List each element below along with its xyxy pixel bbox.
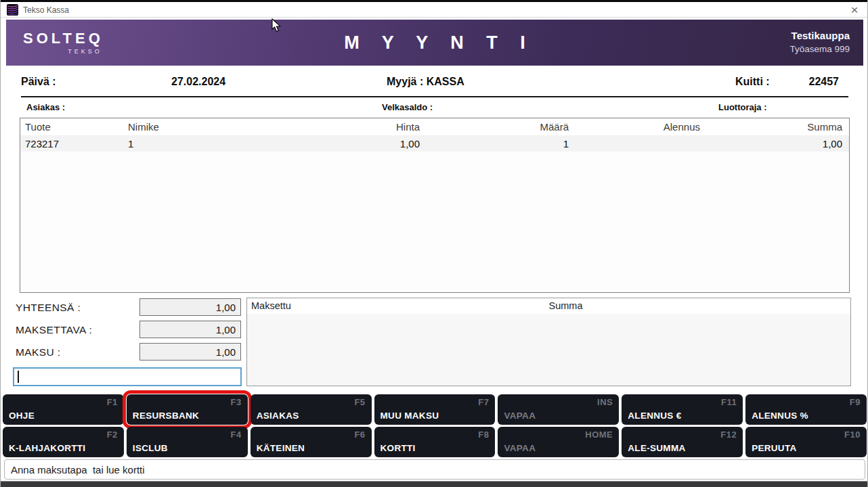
fnkey-asiakas[interactable]: F5ASIAKAS xyxy=(251,394,372,425)
text-caret xyxy=(18,371,19,383)
sale-table-header: TuoteNimikeHintaMääräAlennusSumma xyxy=(20,118,849,135)
fnkey-shortcut-label: F1 xyxy=(107,397,118,407)
function-key-grid: F1OHJEF3RESURSBANKF5ASIAKASF7MUU MAKSUIN… xyxy=(3,394,867,457)
fnkey-alennus[interactable]: F9ALENNUS % xyxy=(745,394,867,425)
fnkey-muu-maksu[interactable]: F7MUU MAKSU xyxy=(374,394,496,425)
fnkey-label: KORTTI xyxy=(381,443,416,453)
page-title: M Y Y N T I xyxy=(6,32,863,53)
fnkey-resursbank[interactable]: F3RESURSBANK xyxy=(127,394,248,425)
payable-label: MAKSETTAVA : xyxy=(16,324,92,336)
status-message: Anna maksutapa tai lue kortti xyxy=(11,464,145,476)
app-window: Tekso Kassa × SOLTEQ TEKSO M Y Y N T I T… xyxy=(0,0,868,487)
fnkey-vapaa: HOMEVAPAA xyxy=(498,427,619,457)
table-cell: 1 xyxy=(127,138,282,149)
fnkey-peruuta[interactable]: F10PERUUTA xyxy=(745,427,867,457)
payments-panel-header: Maksettu Summa xyxy=(247,298,850,314)
total-label: YHTEENSÄ : xyxy=(16,302,81,314)
fnkey-shortcut-label: F8 xyxy=(478,430,489,440)
store-info: Testikauppa Työasema 999 xyxy=(789,30,850,54)
fnkey-label: KÄTEINEN xyxy=(257,443,305,453)
column-header: Summa xyxy=(700,121,849,133)
receipt-number: 22457 xyxy=(809,76,840,88)
app-icon xyxy=(7,4,18,16)
table-cell: 723217 xyxy=(20,138,127,149)
fnkey-shortcut-label: F6 xyxy=(354,430,365,440)
titlebar: Tekso Kassa × xyxy=(1,2,867,18)
payment-value-box: 1,00 xyxy=(139,343,241,361)
app-header: SOLTEQ TEKSO M Y Y N T I Testikauppa Työ… xyxy=(6,20,863,66)
fnkey-label: PERUUTA xyxy=(752,443,796,453)
fnkey-k-lahjakortti[interactable]: F2K-LAHJAKORTTI xyxy=(3,427,124,457)
total-value-box: 1,00 xyxy=(139,298,241,316)
fnkey-shortcut-label: F10 xyxy=(844,430,861,440)
payment-label: MAKSU : xyxy=(16,346,61,358)
fnkey-label: VAPAA xyxy=(504,443,536,453)
date-value: 27.02.2024 xyxy=(171,76,225,88)
fnkey-label: MUU MAKSU xyxy=(381,411,439,421)
paid-column-header: Maksettu xyxy=(251,300,291,311)
fnkey-shortcut-label: F3 xyxy=(231,397,242,407)
fnkey-label: RESURSBANK xyxy=(133,411,199,421)
fnkey-shortcut-label: F11 xyxy=(721,397,737,407)
fnkey-k-teinen[interactable]: F6KÄTEINEN xyxy=(251,427,372,457)
statusbar: Anna maksutapa tai lue kortti xyxy=(4,459,865,480)
payable-value-box: 1,00 xyxy=(139,321,241,338)
fnkey-label: K-LAHJAKORTTI xyxy=(9,443,85,453)
fnkey-shortcut-label: F2 xyxy=(107,430,118,440)
fnkey-label: ISCLUB xyxy=(133,443,168,453)
fnkey-label: ASIAKAS xyxy=(257,411,299,421)
close-button[interactable]: × xyxy=(847,3,862,17)
column-header: Alennus xyxy=(569,121,700,133)
payments-panel: Maksettu Summa xyxy=(246,298,851,386)
fnkey-label: VAPAA xyxy=(504,411,536,421)
table-cell: 1 xyxy=(420,138,569,149)
fnkey-label: ALENNUS € xyxy=(628,411,681,421)
fnkey-shortcut-label: INS xyxy=(597,397,613,407)
fnkey-label: ALENNUS % xyxy=(752,411,808,421)
window-bottom-edge xyxy=(1,481,867,487)
debt-label: Velkasaldo : xyxy=(382,102,433,112)
fnkey-shortcut-label: F9 xyxy=(850,397,861,407)
table-cell: 1,00 xyxy=(282,138,420,149)
receipt-label: Kuitti : xyxy=(735,76,770,88)
column-header: Määrä xyxy=(420,121,569,133)
fnkey-ale-summa[interactable]: F12ALE-SUMMA xyxy=(622,427,743,457)
date-label: Päivä : xyxy=(21,76,56,88)
seller-value: Myyjä : KASSA xyxy=(387,76,464,88)
fnkey-shortcut-label: HOME xyxy=(585,430,613,440)
fnkey-isclub[interactable]: F4ISCLUB xyxy=(127,427,248,457)
column-header: Tuote xyxy=(20,121,127,133)
fnkey-shortcut-label: F4 xyxy=(231,430,242,440)
sale-table-body: 72321711,0011,00 xyxy=(20,135,849,152)
payment-entry-input[interactable] xyxy=(13,367,242,386)
column-header: Hinta xyxy=(282,121,420,133)
credit-label: Luottoraja : xyxy=(718,102,767,112)
customer-label: Asiakas : xyxy=(26,102,65,112)
sale-table: TuoteNimikeHintaMääräAlennusSumma 723217… xyxy=(20,118,850,293)
fnkey-kortti[interactable]: F8KORTTI xyxy=(374,427,496,457)
fnkey-ohje[interactable]: F1OHJE xyxy=(3,394,124,425)
fnkey-alennus[interactable]: F11ALENNUS € xyxy=(622,394,743,425)
fnkey-shortcut-label: F12 xyxy=(720,430,737,440)
fnkey-label: OHJE xyxy=(9,411,35,421)
column-header: Nimike xyxy=(127,121,282,133)
table-row[interactable]: 72321711,0011,00 xyxy=(20,135,849,152)
mouse-cursor xyxy=(272,18,282,32)
fnkey-shortcut-label: F7 xyxy=(478,397,489,407)
sum-column-header: Summa xyxy=(549,300,583,311)
workstation-id: Työasema 999 xyxy=(789,44,850,54)
fnkey-label: ALE-SUMMA xyxy=(628,443,685,453)
store-name: Testikauppa xyxy=(789,30,850,41)
fnkey-vapaa: INSVAPAA xyxy=(498,394,619,425)
table-cell: 1,00 xyxy=(700,138,849,149)
fnkey-shortcut-label: F5 xyxy=(354,397,365,407)
divider-line xyxy=(21,96,848,97)
window-title: Tekso Kassa xyxy=(23,5,69,15)
